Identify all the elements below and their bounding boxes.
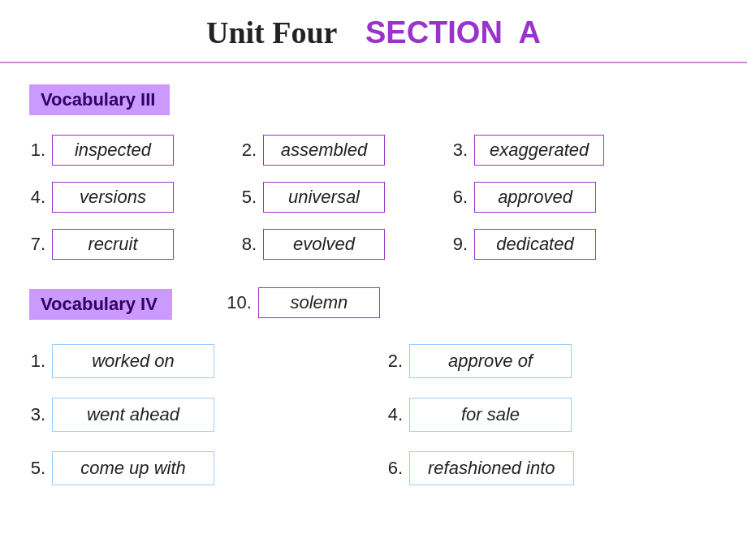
item-number: 3. [15, 404, 45, 425]
vocab-word: approved [474, 182, 596, 213]
phrase-row3: 5. come up with 6. refashioned into [0, 443, 747, 493]
page-title: Unit Four [206, 15, 338, 50]
vocab4-label: Vocabulary IV [29, 289, 172, 320]
list-item: 8. evolved [226, 229, 437, 260]
item-number: 2. [226, 140, 257, 161]
page: Unit Four SECTION A Vocabulary III 1. in… [0, 0, 747, 560]
item-number: 6. [372, 458, 403, 479]
item-number: 8. [226, 234, 257, 255]
vocab-word: recruit [52, 229, 174, 260]
vocab3-label: Vocabulary III [29, 84, 170, 115]
item-number: 1. [15, 351, 45, 372]
vocab-word: universal [263, 182, 385, 213]
list-item: 10. solemn [221, 287, 448, 318]
list-item: 6. approved [437, 182, 648, 213]
phrase-row2: 3. went ahead 4. for sale [0, 390, 747, 440]
vocab-word: dedicated [474, 229, 596, 260]
phrase-word: come up with [52, 451, 214, 485]
list-item: 1. worked on [15, 344, 372, 378]
item-number: 5. [226, 187, 257, 208]
list-item: 2. approve of [372, 344, 729, 378]
vocab-word: evolved [263, 229, 385, 260]
list-item: 3. exaggerated [437, 135, 648, 166]
list-item: 4. versions [15, 182, 226, 213]
section-label: SECTION A [365, 15, 541, 50]
vocab-word: solemn [258, 287, 380, 318]
vocab-word: assembled [263, 135, 385, 166]
vocab-word: inspected [52, 135, 174, 166]
list-item: 5. universal [226, 182, 437, 213]
item-number: 1. [15, 140, 45, 161]
phrase-row1: 1. worked on 2. approve of [0, 336, 747, 386]
item-number: 3. [437, 140, 468, 161]
item-number: 2. [372, 351, 403, 372]
vocab3-row3: 7. recruit 8. evolved 9. dedicated [0, 221, 747, 268]
vocab-word: versions [52, 182, 174, 213]
item-number: 7. [15, 234, 45, 255]
item-number: 5. [15, 458, 45, 479]
list-item: 3. went ahead [15, 398, 372, 432]
phrase-word: worked on [52, 344, 214, 378]
vocab3-row1: 1. inspected 2. assembled 3. exaggerated [0, 127, 747, 174]
list-item: 1. inspected [15, 135, 226, 166]
list-item: 4. for sale [372, 398, 729, 432]
phrase-word: went ahead [52, 398, 214, 432]
list-item: 9. dedicated [437, 229, 648, 260]
vocab3-row2: 4. versions 5. universal 6. approved [0, 174, 747, 221]
item-number: 9. [437, 234, 468, 255]
item-number: 4. [15, 187, 45, 208]
item-number: 4. [372, 404, 403, 425]
phrase-word: for sale [409, 398, 572, 432]
header: Unit Four SECTION A [0, 0, 747, 63]
vocab-word: exaggerated [474, 135, 604, 166]
list-item: 7. recruit [15, 229, 226, 260]
phrase-word: approve of [409, 344, 572, 378]
item-number: 10. [221, 292, 252, 313]
list-item: 2. assembled [226, 135, 437, 166]
list-item: 6. refashioned into [372, 451, 729, 485]
list-item: 5. come up with [15, 451, 372, 485]
phrase-word: refashioned into [409, 451, 574, 485]
item-number: 6. [437, 187, 468, 208]
